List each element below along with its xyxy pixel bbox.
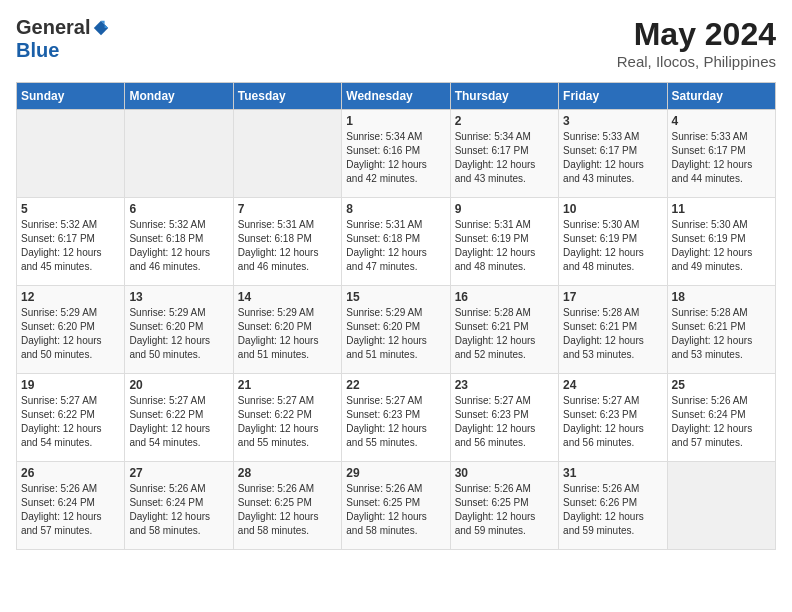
logo-blue: Blue xyxy=(16,39,59,62)
calendar-week-0: 1Sunrise: 5:34 AM Sunset: 6:16 PM Daylig… xyxy=(17,110,776,198)
table-row xyxy=(667,462,775,550)
logo-icon xyxy=(92,19,110,37)
day-info: Sunrise: 5:26 AM Sunset: 6:24 PM Dayligh… xyxy=(129,482,228,538)
day-number: 16 xyxy=(455,290,554,304)
day-info: Sunrise: 5:29 AM Sunset: 6:20 PM Dayligh… xyxy=(346,306,445,362)
table-row: 1Sunrise: 5:34 AM Sunset: 6:16 PM Daylig… xyxy=(342,110,450,198)
table-row xyxy=(17,110,125,198)
day-number: 17 xyxy=(563,290,662,304)
day-number: 1 xyxy=(346,114,445,128)
table-row: 8Sunrise: 5:31 AM Sunset: 6:18 PM Daylig… xyxy=(342,198,450,286)
day-number: 2 xyxy=(455,114,554,128)
header-tuesday: Tuesday xyxy=(233,83,341,110)
calendar-week-4: 26Sunrise: 5:26 AM Sunset: 6:24 PM Dayli… xyxy=(17,462,776,550)
table-row: 17Sunrise: 5:28 AM Sunset: 6:21 PM Dayli… xyxy=(559,286,667,374)
day-number: 21 xyxy=(238,378,337,392)
table-row: 24Sunrise: 5:27 AM Sunset: 6:23 PM Dayli… xyxy=(559,374,667,462)
day-info: Sunrise: 5:31 AM Sunset: 6:18 PM Dayligh… xyxy=(238,218,337,274)
table-row: 5Sunrise: 5:32 AM Sunset: 6:17 PM Daylig… xyxy=(17,198,125,286)
day-number: 12 xyxy=(21,290,120,304)
day-info: Sunrise: 5:29 AM Sunset: 6:20 PM Dayligh… xyxy=(21,306,120,362)
day-number: 7 xyxy=(238,202,337,216)
day-info: Sunrise: 5:26 AM Sunset: 6:25 PM Dayligh… xyxy=(455,482,554,538)
day-number: 9 xyxy=(455,202,554,216)
header-thursday: Thursday xyxy=(450,83,558,110)
table-row xyxy=(233,110,341,198)
day-number: 6 xyxy=(129,202,228,216)
day-info: Sunrise: 5:27 AM Sunset: 6:23 PM Dayligh… xyxy=(563,394,662,450)
day-number: 22 xyxy=(346,378,445,392)
day-number: 24 xyxy=(563,378,662,392)
calendar-week-2: 12Sunrise: 5:29 AM Sunset: 6:20 PM Dayli… xyxy=(17,286,776,374)
day-number: 4 xyxy=(672,114,771,128)
header-sunday: Sunday xyxy=(17,83,125,110)
day-info: Sunrise: 5:31 AM Sunset: 6:18 PM Dayligh… xyxy=(346,218,445,274)
table-row: 25Sunrise: 5:26 AM Sunset: 6:24 PM Dayli… xyxy=(667,374,775,462)
day-number: 28 xyxy=(238,466,337,480)
table-row: 21Sunrise: 5:27 AM Sunset: 6:22 PM Dayli… xyxy=(233,374,341,462)
day-info: Sunrise: 5:26 AM Sunset: 6:26 PM Dayligh… xyxy=(563,482,662,538)
day-info: Sunrise: 5:33 AM Sunset: 6:17 PM Dayligh… xyxy=(563,130,662,186)
table-row: 31Sunrise: 5:26 AM Sunset: 6:26 PM Dayli… xyxy=(559,462,667,550)
day-info: Sunrise: 5:26 AM Sunset: 6:24 PM Dayligh… xyxy=(21,482,120,538)
table-row: 29Sunrise: 5:26 AM Sunset: 6:25 PM Dayli… xyxy=(342,462,450,550)
calendar-week-3: 19Sunrise: 5:27 AM Sunset: 6:22 PM Dayli… xyxy=(17,374,776,462)
day-info: Sunrise: 5:27 AM Sunset: 6:23 PM Dayligh… xyxy=(455,394,554,450)
day-info: Sunrise: 5:30 AM Sunset: 6:19 PM Dayligh… xyxy=(672,218,771,274)
table-row: 2Sunrise: 5:34 AM Sunset: 6:17 PM Daylig… xyxy=(450,110,558,198)
table-row: 26Sunrise: 5:26 AM Sunset: 6:24 PM Dayli… xyxy=(17,462,125,550)
day-number: 27 xyxy=(129,466,228,480)
day-number: 29 xyxy=(346,466,445,480)
day-info: Sunrise: 5:27 AM Sunset: 6:22 PM Dayligh… xyxy=(21,394,120,450)
table-row xyxy=(125,110,233,198)
day-info: Sunrise: 5:29 AM Sunset: 6:20 PM Dayligh… xyxy=(238,306,337,362)
day-number: 20 xyxy=(129,378,228,392)
day-info: Sunrise: 5:26 AM Sunset: 6:24 PM Dayligh… xyxy=(672,394,771,450)
day-number: 31 xyxy=(563,466,662,480)
day-number: 15 xyxy=(346,290,445,304)
calendar-week-1: 5Sunrise: 5:32 AM Sunset: 6:17 PM Daylig… xyxy=(17,198,776,286)
day-info: Sunrise: 5:32 AM Sunset: 6:17 PM Dayligh… xyxy=(21,218,120,274)
day-info: Sunrise: 5:31 AM Sunset: 6:19 PM Dayligh… xyxy=(455,218,554,274)
day-info: Sunrise: 5:34 AM Sunset: 6:17 PM Dayligh… xyxy=(455,130,554,186)
day-number: 10 xyxy=(563,202,662,216)
day-number: 5 xyxy=(21,202,120,216)
logo-general: General xyxy=(16,16,90,39)
day-info: Sunrise: 5:26 AM Sunset: 6:25 PM Dayligh… xyxy=(346,482,445,538)
table-row: 4Sunrise: 5:33 AM Sunset: 6:17 PM Daylig… xyxy=(667,110,775,198)
table-row: 20Sunrise: 5:27 AM Sunset: 6:22 PM Dayli… xyxy=(125,374,233,462)
table-row: 30Sunrise: 5:26 AM Sunset: 6:25 PM Dayli… xyxy=(450,462,558,550)
table-row: 11Sunrise: 5:30 AM Sunset: 6:19 PM Dayli… xyxy=(667,198,775,286)
day-number: 19 xyxy=(21,378,120,392)
day-info: Sunrise: 5:34 AM Sunset: 6:16 PM Dayligh… xyxy=(346,130,445,186)
logo: General Blue xyxy=(16,16,110,62)
table-row: 6Sunrise: 5:32 AM Sunset: 6:18 PM Daylig… xyxy=(125,198,233,286)
header-monday: Monday xyxy=(125,83,233,110)
days-header-row: Sunday Monday Tuesday Wednesday Thursday… xyxy=(17,83,776,110)
table-row: 16Sunrise: 5:28 AM Sunset: 6:21 PM Dayli… xyxy=(450,286,558,374)
title-block: May 2024 Real, Ilocos, Philippines xyxy=(617,16,776,70)
table-row: 14Sunrise: 5:29 AM Sunset: 6:20 PM Dayli… xyxy=(233,286,341,374)
day-number: 14 xyxy=(238,290,337,304)
day-info: Sunrise: 5:29 AM Sunset: 6:20 PM Dayligh… xyxy=(129,306,228,362)
month-title: May 2024 xyxy=(617,16,776,53)
table-row: 27Sunrise: 5:26 AM Sunset: 6:24 PM Dayli… xyxy=(125,462,233,550)
day-number: 11 xyxy=(672,202,771,216)
table-row: 10Sunrise: 5:30 AM Sunset: 6:19 PM Dayli… xyxy=(559,198,667,286)
day-number: 25 xyxy=(672,378,771,392)
day-number: 30 xyxy=(455,466,554,480)
table-row: 12Sunrise: 5:29 AM Sunset: 6:20 PM Dayli… xyxy=(17,286,125,374)
day-number: 13 xyxy=(129,290,228,304)
table-row: 7Sunrise: 5:31 AM Sunset: 6:18 PM Daylig… xyxy=(233,198,341,286)
table-row: 23Sunrise: 5:27 AM Sunset: 6:23 PM Dayli… xyxy=(450,374,558,462)
day-number: 3 xyxy=(563,114,662,128)
day-number: 18 xyxy=(672,290,771,304)
calendar-table: Sunday Monday Tuesday Wednesday Thursday… xyxy=(16,82,776,550)
table-row: 18Sunrise: 5:28 AM Sunset: 6:21 PM Dayli… xyxy=(667,286,775,374)
header-wednesday: Wednesday xyxy=(342,83,450,110)
day-info: Sunrise: 5:27 AM Sunset: 6:22 PM Dayligh… xyxy=(129,394,228,450)
table-row: 19Sunrise: 5:27 AM Sunset: 6:22 PM Dayli… xyxy=(17,374,125,462)
table-row: 15Sunrise: 5:29 AM Sunset: 6:20 PM Dayli… xyxy=(342,286,450,374)
day-info: Sunrise: 5:27 AM Sunset: 6:23 PM Dayligh… xyxy=(346,394,445,450)
table-row: 9Sunrise: 5:31 AM Sunset: 6:19 PM Daylig… xyxy=(450,198,558,286)
